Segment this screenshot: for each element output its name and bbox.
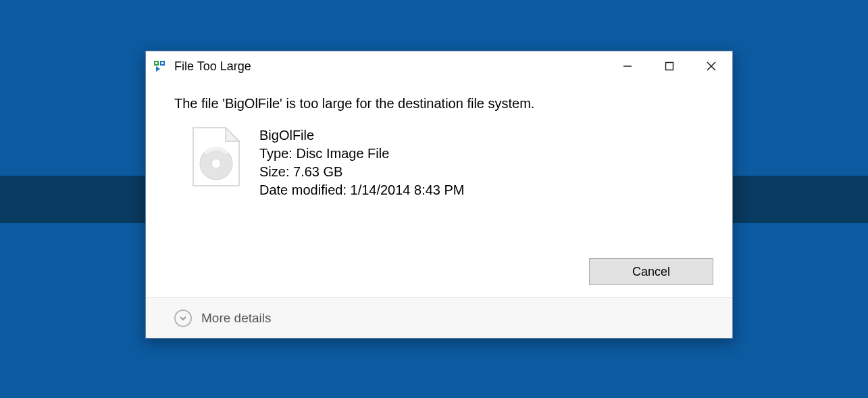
file-size: Size: 7.63 GB (259, 163, 465, 181)
file-info-row: BigOlFile Type: Disc Image File Size: 7.… (174, 126, 704, 199)
minimize-button[interactable] (607, 51, 648, 81)
dialog-title: File Too Large (174, 59, 607, 74)
close-button[interactable] (690, 51, 732, 81)
file-modified: Date modified: 1/14/2014 8:43 PM (259, 181, 465, 199)
maximize-button[interactable] (648, 51, 690, 81)
file-transfer-icon (154, 60, 168, 72)
maximize-icon (665, 61, 674, 71)
disc-image-file-icon (192, 126, 240, 187)
file-too-large-dialog: File Too Large The file 'BigOlFile' is (145, 51, 733, 339)
file-name: BigOlFile (259, 126, 465, 145)
file-details: BigOlFile Type: Disc Image File Size: 7.… (259, 126, 465, 199)
error-message: The file 'BigOlFile' is too large for th… (174, 96, 704, 111)
svg-point-7 (211, 159, 221, 168)
dialog-content: The file 'BigOlFile' is too large for th… (146, 81, 732, 258)
button-row: Cancel (146, 258, 732, 297)
close-icon (706, 61, 717, 72)
dialog-footer: More details (146, 297, 732, 338)
file-type: Type: Disc Image File (259, 145, 465, 163)
svg-marker-5 (226, 128, 239, 141)
more-details-toggle[interactable]: More details (201, 311, 272, 326)
chevron-down-icon[interactable] (174, 309, 192, 327)
window-controls (607, 51, 732, 81)
minimize-icon (623, 61, 632, 71)
cancel-button[interactable]: Cancel (589, 258, 713, 285)
svg-rect-1 (666, 63, 673, 70)
titlebar[interactable]: File Too Large (146, 51, 732, 81)
